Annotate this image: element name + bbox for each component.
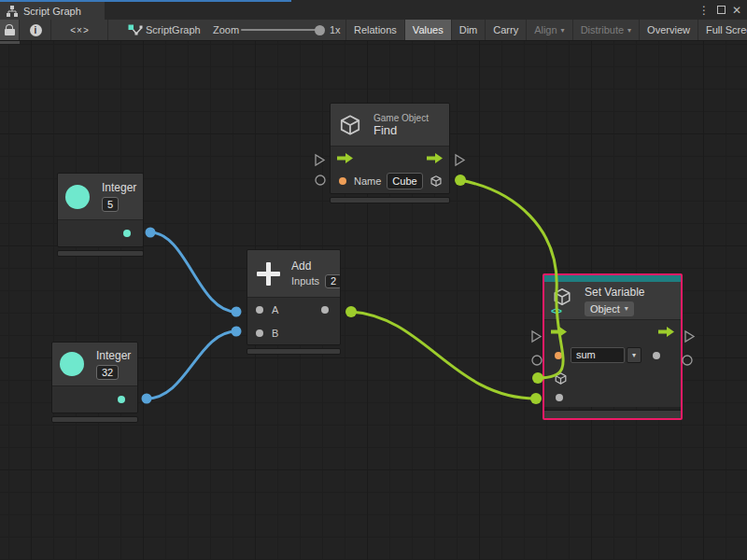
node-title: Set Variable — [585, 286, 644, 299]
input-row-b: B — [247, 321, 340, 344]
edit-code-button[interactable]: <×> — [52, 20, 108, 40]
zoom-slider-handle[interactable] — [315, 25, 325, 35]
name-value-input[interactable]: Cube — [387, 173, 422, 189]
chevron-down-icon: ▾ — [632, 351, 636, 359]
output-port[interactable] — [321, 306, 329, 314]
zoom-slider-track[interactable] — [241, 29, 323, 31]
fullscreen-button[interactable]: Full Screen — [698, 20, 747, 40]
control-input-arrow-icon[interactable] — [551, 327, 567, 337]
node-category: Game Object — [374, 113, 429, 123]
name-label: Name — [354, 175, 381, 187]
node-footer — [247, 348, 341, 355]
graph-canvas[interactable]: Integer 5 Integer 32 — [0, 41, 747, 560]
add-icon — [257, 262, 280, 286]
values-button[interactable]: Values — [404, 20, 451, 40]
integer-value-input[interactable]: 5 — [102, 197, 119, 212]
script-graph-window: Script Graph ⋮ ✕ i <×> ScriptGraph Zoom … — [0, 0, 747, 560]
output-port[interactable] — [118, 396, 125, 403]
inputs-count-input[interactable]: 2 — [325, 274, 341, 288]
variable-name-combo[interactable]: sum ▾ — [571, 347, 641, 363]
external-value-out-circle[interactable] — [683, 356, 692, 365]
dim-button[interactable]: Dim — [451, 20, 486, 40]
graph-toolbar: i <×> ScriptGraph Zoom 1x Relations Valu… — [0, 20, 747, 41]
variable-kind-dropdown[interactable]: Object ▾ — [585, 301, 634, 316]
value-output-port[interactable] — [653, 352, 660, 359]
gameobject-input-port-icon[interactable] — [554, 371, 568, 385]
lock-button[interactable] — [0, 20, 20, 40]
maximize-icon[interactable] — [713, 0, 728, 20]
node-add[interactable]: Add Inputs 2 A B — [247, 249, 341, 355]
control-input-arrow-icon[interactable] — [337, 153, 353, 163]
object-target-row — [544, 368, 681, 388]
node-set-variable-selected[interactable]: <> Set Variable Object ▾ — [543, 273, 683, 420]
external-control-out-triangle[interactable] — [456, 155, 464, 165]
close-icon[interactable]: ✕ — [729, 0, 744, 20]
graph-name-label: ScriptGraph — [146, 20, 201, 40]
node-title: Integer — [102, 181, 136, 194]
node-gameobject-find[interactable]: Game Object Find Name Cube — [330, 103, 450, 203]
control-flow-row — [544, 320, 681, 343]
tab-script-graph[interactable]: Script Graph — [0, 2, 105, 20]
node-footer — [57, 250, 144, 257]
external-control-in-triangle[interactable] — [316, 155, 324, 165]
wire-integer32-to-add-b[interactable] — [147, 331, 236, 399]
node-header[interactable]: Integer 32 — [52, 343, 137, 385]
carry-button[interactable]: Carry — [485, 20, 526, 40]
variable-name-row: sum ▾ — [544, 343, 681, 368]
value-input-row — [544, 388, 681, 407]
input-port-a[interactable] — [256, 306, 263, 314]
external-value-in-circle[interactable] — [316, 175, 325, 185]
external-value-in-circle[interactable] — [532, 356, 542, 365]
node-integer-32[interactable]: Integer 32 — [51, 342, 138, 423]
code-icon: <×> — [70, 25, 90, 35]
zoom-value: 1x — [330, 20, 341, 40]
node-header[interactable]: <> Set Variable Object ▾ — [544, 282, 681, 319]
output-port[interactable] — [123, 230, 131, 237]
overview-button[interactable]: Overview — [639, 20, 698, 40]
gameobject-output-port-icon[interactable] — [430, 175, 443, 188]
input-port-b[interactable] — [256, 329, 263, 337]
external-control-out-triangle[interactable] — [685, 331, 694, 342]
wire-integer5-to-add-a[interactable] — [150, 232, 236, 312]
zoom-label: Zoom — [213, 20, 239, 40]
inputs-label: Inputs — [291, 275, 319, 287]
align-button[interactable]: Align▾ — [526, 20, 571, 40]
gameobject-cube-icon — [338, 113, 362, 137]
variable-color-band — [544, 275, 681, 282]
lock-icon — [5, 24, 15, 35]
name-parameter-row: Name Cube — [331, 169, 449, 193]
value-input-port[interactable] — [556, 394, 563, 401]
hierarchy-icon — [7, 6, 18, 17]
node-header[interactable]: Game Object Find — [331, 104, 449, 146]
node-integer-5[interactable]: Integer 5 — [57, 173, 144, 257]
wire-add-to-setvariable-value[interactable] — [351, 312, 536, 399]
node-title: Find — [374, 123, 429, 137]
string-input-port[interactable] — [339, 177, 346, 185]
window-menu-icon[interactable]: ⋮ — [697, 0, 712, 20]
integer-literal-icon — [60, 352, 84, 376]
variable-name-port[interactable] — [555, 352, 562, 359]
variable-name-input[interactable]: sum — [571, 347, 625, 363]
node-footer — [51, 416, 138, 423]
relations-button[interactable]: Relations — [345, 20, 404, 40]
tab-title: Script Graph — [23, 6, 81, 17]
external-control-in-triangle[interactable] — [532, 331, 541, 342]
control-output-arrow-icon[interactable] — [427, 153, 443, 163]
chevron-down-icon: ▾ — [627, 26, 631, 35]
info-icon: i — [30, 24, 42, 36]
variable-object-icon: <> — [551, 287, 577, 315]
distribute-button[interactable]: Distribute▾ — [572, 20, 639, 40]
integer-value-input[interactable]: 32 — [96, 365, 119, 380]
control-output-arrow-icon[interactable] — [658, 327, 674, 337]
node-header[interactable]: Add Inputs 2 — [247, 250, 340, 297]
info-button[interactable]: i — [21, 20, 51, 40]
node-title: Add — [291, 259, 311, 273]
control-flow-row — [331, 147, 449, 169]
chevron-down-icon: ▾ — [561, 26, 565, 35]
variable-dropdown-button[interactable]: ▾ — [627, 347, 641, 363]
node-title: Integer — [96, 349, 131, 362]
tab-bar: Script Graph ⋮ ✕ — [0, 0, 747, 20]
canvas-corner-strip — [0, 41, 20, 44]
node-header[interactable]: Integer 5 — [58, 174, 143, 219]
integer-literal-icon — [65, 185, 90, 209]
